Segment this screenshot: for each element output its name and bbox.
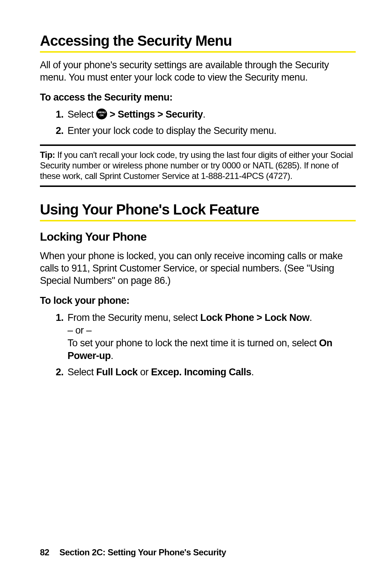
step-1-lock-now: From the Security menu, select Lock Phon… [66,311,356,362]
steps-access-security: Select MENUOK > Settings > Security. Ent… [40,108,356,137]
menu-ok-icon: MENUOK [96,109,107,119]
bold-full-lock: Full Lock [96,367,138,377]
page-footer: 82Section 2C: Setting Your Phone's Secur… [40,547,226,558]
subhead-access-security-menu: To access the Security menu: [40,92,356,103]
page-content: Accessing the Security Menu All of your … [0,0,392,379]
bold-excep-incoming-calls: Excep. Incoming Calls [151,367,251,377]
page-number: 82 [40,547,49,557]
tip-label: Tip: [40,150,55,160]
intro-paragraph-1: All of your phone's security settings ar… [40,59,356,84]
heading-accessing-security-menu: Accessing the Security Menu [40,33,356,53]
intro-paragraph-2: When your phone is locked, you can only … [40,250,356,287]
tip-text: If you can't recall your lock code, try … [40,150,353,181]
step-2-enter-lock-code: Enter your lock code to display the Secu… [66,124,356,137]
step-2-full-lock: Select Full Lock or Excep. Incoming Call… [66,366,356,379]
bold-lock-phone-lock-now: Lock Phone > Lock Now [200,312,310,323]
subhead-to-lock-phone: To lock your phone: [40,295,356,306]
steps-lock-phone: From the Security menu, select Lock Phon… [40,311,356,379]
tip-box: Tip: If you can't recall your lock code,… [40,144,356,187]
step-bold-path: > Settings > Security [107,109,203,120]
section-label: Section 2C: Setting Your Phone's Securit… [60,547,226,557]
step-period: . [203,109,205,120]
step-1-select-settings: Select MENUOK > Settings > Security. [66,108,356,121]
step-text: Select [68,109,96,120]
subheading-locking-your-phone: Locking Your Phone [40,230,356,244]
heading-using-lock-feature: Using Your Phone's Lock Feature [40,201,356,221]
